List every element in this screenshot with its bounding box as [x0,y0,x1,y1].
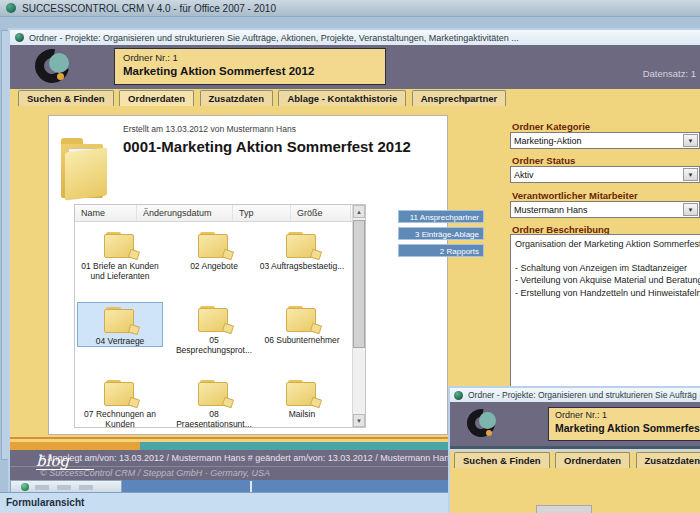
folder-header-chip: Ordner Nr.: 1 Marketing Aktion Sommerfes… [548,407,700,441]
chevron-down-icon[interactable]: ▼ [683,168,698,181]
folder-grid: 01 Briefe an Kunden und Lieferanten 02 A… [75,222,352,427]
owner-label: Verantwortlicher Mitarbeiter [512,190,638,201]
record-navigator-buttons[interactable] [35,485,95,490]
owner-dropdown[interactable]: Mustermann Hans ▼ [510,201,700,218]
status-label: Ordner Status [512,155,575,166]
folder-icon [197,380,231,407]
folder-item-04-selected[interactable]: 04 Vertraege [77,302,163,347]
record-icon [21,483,29,491]
column-typ[interactable]: Typ [233,205,291,221]
folder-item-03[interactable]: 03 Auftragsbestaetig... [259,228,345,271]
scroll-down-icon[interactable]: ▼ [353,414,365,427]
file-list-header: Name Änderungsdatum Typ Größe [75,205,365,222]
category-label: Ordner Kategorie [512,121,590,132]
secondary-window-title: Ordner - Projekte: Organisieren und stru… [468,390,697,400]
folder-name: Marketing Aktion Sommerfest 2012 [123,65,377,77]
divider-orange-segment [10,442,140,450]
tab-ordnerdaten[interactable]: Ordnerdaten [555,452,630,468]
column-aenderungsdatum[interactable]: Änderungsdatum [137,205,233,221]
tab-zusatzdaten[interactable]: Zusatzdaten [200,90,273,107]
open-folder-icon [61,136,115,200]
folder-icon [103,232,137,259]
tab-ablage-kontakthistorie[interactable]: Ablage - Kontakthistorie [278,90,406,107]
folder-icon [197,232,231,259]
folder-icon [197,306,231,333]
folder-number: Ordner Nr.: 1 [555,410,694,420]
chevron-down-icon[interactable]: ▼ [683,134,698,147]
tab-suchen-finden[interactable]: Suchen & Finden [454,452,550,468]
tab-zusatzdaten[interactable]: Zusatzdaten [636,452,700,468]
tab-ansprechpartner[interactable]: Ansprechpartner [412,90,507,107]
screen: SUCCESSCONTROL CRM V 4.0 - für Office 20… [0,0,700,513]
folder-item-05[interactable]: 05 Besprechungsprot... [171,302,257,355]
successcontrol-logo-icon [34,48,72,86]
folder-icon [285,232,319,259]
file-list-scrollbar[interactable]: ▲ ▼ [352,205,365,427]
secondary-window-content [450,468,700,513]
secondary-tab-bar: Suchen & Finden Ordnerdaten Zusatzdaten … [450,451,700,468]
column-name[interactable]: Name [75,205,137,221]
app-icon [6,3,16,13]
scrollbar-thumb[interactable] [353,220,365,348]
folder-number: Ordner Nr.: 1 [123,52,377,63]
file-list: Name Änderungsdatum Typ Größe ▲ ▼ 01 Bri… [74,204,366,428]
ansprechpartner-count-button[interactable]: 11 Ansprechpartner [398,210,484,223]
main-window-header: Ordner Nr.: 1 Marketing Aktion Sommerfes… [10,45,700,89]
eintraege-ablage-count-button[interactable]: 3 Einträge-Ablage [398,227,484,240]
folder-item-06[interactable]: 06 Subunternehmer [259,302,345,345]
status-value: Aktiv [514,170,534,180]
folder-item-07[interactable]: 07 Rechnungen an Kunden [77,376,163,427]
main-window-title-bar[interactable]: Ordner - Projekte: Organisieren und stru… [10,30,700,45]
blog-watermark: blog [36,452,69,470]
page-code: 0001 [462,96,476,103]
category-value: Marketing-Aktion [514,136,582,146]
chevron-down-icon[interactable]: ▼ [683,203,698,216]
secondary-window-title-bar[interactable]: Ordner - Projekte: Organisieren und stru… [450,388,700,402]
folder-title: 0001-Marketing Aktion Sommerfest 2012 [123,138,411,155]
record-meta-line: # angelegt am/von: 13.03.2012 / Musterma… [40,453,454,463]
successcontrol-logo-icon [466,408,498,440]
main-window-title: Ordner - Projekte: Organisieren und stru… [29,33,519,43]
os-title: SUCCESSCONTROL CRM V 4.0 - für Office 20… [22,3,276,14]
folder-icon [103,307,137,334]
folder-name: Marketing Aktion Sommerfest 20 [555,422,694,434]
column-groesse[interactable]: Größe [291,205,351,221]
record-indicator: Datensatz: 1 [643,68,696,79]
window-icon [15,33,24,42]
secondary-window: Ordner - Projekte: Organisieren und stru… [448,386,700,513]
folder-item-08[interactable]: 08 Praesentationsunt... [171,376,257,427]
folder-panel: Erstellt am 13.03.2012 von Mustermann Ha… [48,115,448,435]
folder-icon [285,380,319,407]
view-mode-label: Formularansicht [6,497,84,508]
scroll-up-icon[interactable]: ▲ [353,205,365,218]
created-line: Erstellt am 13.03.2012 von Mustermann Ha… [123,124,296,134]
status-dropdown[interactable]: Aktiv ▼ [510,166,700,183]
tab-suchen-finden[interactable]: Suchen & Finden [18,90,114,107]
os-title-bar: SUCCESSCONTROL CRM V 4.0 - für Office 20… [0,0,700,17]
tab-bar: Suchen & Finden Ordnerdaten Zusatzdaten … [10,89,700,106]
tab-ordnerdaten[interactable]: Ordnerdaten [119,90,194,107]
secondary-window-header: Ordner Nr.: 1 Marketing Aktion Sommerfes… [450,402,700,446]
folder-item-01[interactable]: 01 Briefe an Kunden und Lieferanten [77,228,163,281]
folder-icon [285,306,319,333]
owner-value: Mustermann Hans [514,205,588,215]
category-dropdown[interactable]: Marketing-Aktion ▼ [510,132,700,149]
folder-item-mailsin[interactable]: Mailsin [259,376,345,419]
folder-item-02[interactable]: 02 Angebote [171,228,257,271]
window-icon [454,391,463,400]
rapports-count-button[interactable]: 2 Rapports [398,244,484,257]
partial-field [536,505,592,513]
folder-icon [103,380,137,407]
folder-header-chip: Ordner Nr.: 1 Marketing Aktion Sommerfes… [114,48,386,85]
